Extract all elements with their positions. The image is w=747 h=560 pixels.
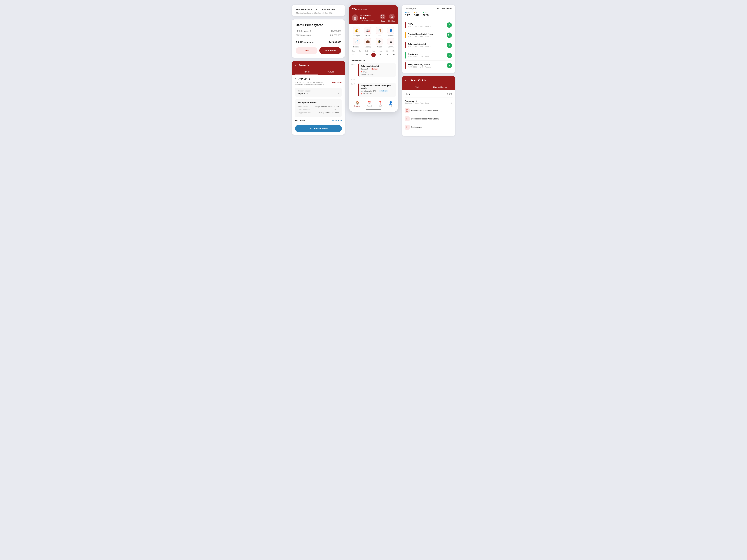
tab-riwayat[interactable]: Riwayat <box>318 69 342 75</box>
nav-beranda[interactable]: 🏠 Beranda <box>354 101 360 107</box>
course-left-pkpl: PKPL 0520372256 4 SKS Kelas A <box>408 23 447 27</box>
content-item-2[interactable]: Bussiness Process Paper Study 2 <box>405 115 453 123</box>
cal-day-23[interactable]: Rab 23 <box>365 50 369 57</box>
payment-partial-label: SPP Semester 8 UTS <box>296 8 317 11</box>
pertemuan-title: Pertemuan 1 <box>405 100 429 102</box>
presensi-time: 13.22 WIB <box>295 77 342 81</box>
menu-presensi[interactable]: 👤 Presensi <box>386 27 396 37</box>
vertical-divider <box>377 15 377 21</box>
presensi-body: 13.22 WIB Jl. Raya Tlogomas No.246, Baba… <box>292 75 345 135</box>
cal-num-27: 27 <box>391 53 396 57</box>
stat-sks: SKS 112 <box>405 12 410 17</box>
presensi-title: Presensi <box>299 64 310 67</box>
content-item-3[interactable]: Pertemuan... <box>405 123 453 131</box>
menu-keuangan[interactable]: 💰 Keuangan <box>351 27 361 37</box>
detail-row-2: SPP Semester 8 Rp2.500.000 <box>296 34 341 36</box>
presensi-header: ‹ Presensi Hari Ini Riwayat <box>292 61 345 75</box>
cal-day-27[interactable]: Min 27 <box>391 50 396 57</box>
mata-kuliah-card: ‹ Mata Kuliah Nilai Course Content PKPL … <box>402 76 455 136</box>
cal-day-21[interactable]: Sen 21 <box>351 50 356 57</box>
faq-icon: ❓ <box>378 101 382 105</box>
course-meta-rus: 0520372256 4 SKS Kelas A <box>408 66 447 68</box>
dosen-row: Nama Dosen Wahyu Andhika, S.Kom, M.Kom <box>298 106 339 107</box>
course-left-ri: Rekayasa Interaksi 0520372256 4 SKS Kela… <box>408 43 447 48</box>
nav-faq[interactable]: ❓ FAQ <box>378 101 382 107</box>
menu-magang[interactable]: 💼 Magang <box>363 38 373 48</box>
schedule-card-1[interactable]: Rekayasa Interaksi Gazebo 2 • Kuliah 📍 D… <box>358 63 396 77</box>
date-value: 5 April 2023 <box>298 92 308 95</box>
course-item-ps[interactable]: Pra Skripsi 0520372256 4 SKS Kelas A B <box>405 50 452 60</box>
grade-ps: B <box>447 53 452 58</box>
ipk-label: IPK <box>423 12 429 14</box>
chevron-up-icon[interactable]: ∧ <box>451 102 453 104</box>
dot-3: • <box>377 90 378 92</box>
content-item-1[interactable]: Bussiness Process Paper Study <box>405 107 453 115</box>
svg-rect-3 <box>383 16 384 16</box>
presensi-button[interactable]: Tap Untuk Presensi <box>295 125 342 132</box>
nav-jadwal[interactable]: 📅 Jadwal <box>367 101 371 107</box>
cal-day-22[interactable]: Sel 22 <box>358 50 362 57</box>
tanggal-label: Tanggal dan Jam <box>298 112 311 114</box>
cal-num-26: 26 <box>385 53 389 57</box>
menu-lainnya[interactable]: ⊞ Lainnya <box>386 38 396 48</box>
avatar <box>352 15 358 21</box>
scan-action[interactable]: Scan <box>380 14 385 22</box>
tab-nilai[interactable]: Nilai <box>405 84 429 90</box>
sched-location-3: 📍 Lt. 6 GKB 3 <box>361 93 394 95</box>
cal-name-26: Sab <box>386 50 388 52</box>
schedule-card-3[interactable]: Penjaminan Kualitas Perangkat Lunak Lab … <box>358 83 396 97</box>
pertemuan-1-block: Pertemuan 1 Bussiness Process Paper Stud… <box>405 98 453 133</box>
sched-title-1: Rekayasa Interaksi <box>361 65 394 67</box>
brand-sub: for student <box>358 8 367 10</box>
date-form-label: Hari dan Tanggal <box>298 90 339 92</box>
phone-header: CO= for student Adam Nur Rafly 201912345… <box>349 5 398 24</box>
notif-label: Notifikasi <box>388 20 395 22</box>
course-item-pkkn[interactable]: Praktek Kerja Kuliah Nyata 0520372256 4 … <box>405 30 452 40</box>
detail-label-1: HER Semester 8 <box>296 30 311 32</box>
payment-note: (Maksimal pembayaran dilakukan sebelum U… <box>296 12 341 14</box>
presensi-back-button[interactable]: ‹ <box>295 63 296 67</box>
grade-ri: A <box>447 43 452 48</box>
mk-back-button[interactable]: ‹ <box>405 79 406 82</box>
payment-partial-value: Rp2.850.000 <box>322 8 335 11</box>
ambil-foto-link[interactable]: Ambil Foto <box>332 119 342 122</box>
detail-value-2: Rp2.500.000 <box>330 34 341 36</box>
course-left-rus: Rekayasa Ulang Sistem 0520372256 4 SKS K… <box>408 63 447 68</box>
sched-title-3: Penjaminan Kualitas Perangkat Lunak <box>361 84 394 89</box>
radio-icon[interactable]: ○ <box>339 8 341 11</box>
menu-khs[interactable]: 📋 KHS <box>374 27 384 37</box>
sched-location-1: 📍 Daring <box>361 71 394 73</box>
cal-day-24[interactable]: Kam 24 <box>371 50 376 57</box>
course-item-rus[interactable]: Rekayasa Ulang Sistem 0520372256 4 SKS K… <box>405 60 452 71</box>
course-list: PKPL 0520372256 4 SKS Kelas A A Praktek … <box>402 20 455 73</box>
schedule-time-1: 11:35 <box>351 63 357 77</box>
location-pin-icon-3: 📍 <box>361 93 363 95</box>
menu-wisuda[interactable]: 🎓 Wisuda <box>374 38 384 48</box>
schedule-item-2: 13:05 <box>351 79 396 81</box>
detail-pembayaran-card: Detail Pembayaran HER Semester 8 Rp300.0… <box>292 20 345 58</box>
mk-header: ‹ Mata Kuliah Nilai Course Content <box>402 76 455 90</box>
schedule-placeholder-2 <box>358 79 396 81</box>
konfirmasi-button[interactable]: Konfirmasi <box>319 47 341 54</box>
tab-hari-ini[interactable]: Hari Ini <box>295 69 318 75</box>
location-pin-icon-1: 📍 <box>361 71 363 73</box>
tab-course-content[interactable]: Course Content <box>429 84 452 90</box>
wisuda-label: Wisuda <box>377 46 382 48</box>
sched-teacher-1: ≡ Wahyu Andhika <box>361 73 394 75</box>
lainnya-icon: ⊞ <box>387 38 394 45</box>
course-item-pkpl[interactable]: PKPL 0520372256 4 SKS Kelas A A <box>405 20 452 30</box>
notif-action[interactable]: Notifikasi <box>388 14 395 22</box>
beranda-label: Beranda <box>354 105 360 107</box>
buka-maps-link[interactable]: Buka maps <box>332 81 342 84</box>
menu-matkul[interactable]: 📖 Matkul <box>363 27 373 37</box>
ip-value: 3.81 <box>414 14 419 17</box>
nav-profil[interactable]: 👤 Profil <box>389 101 393 107</box>
keuangan-icon: 💰 <box>353 27 360 34</box>
cal-day-25[interactable]: Jum 25 <box>378 50 382 57</box>
course-item-ri[interactable]: Rekayasa Interaksi 0520372256 4 SKS Kela… <box>405 40 452 50</box>
course-name-ps: Pra Skripsi <box>408 53 447 55</box>
menu-transkrip[interactable]: 📄 Transkrip <box>351 38 361 48</box>
presensi-header-top: ‹ Presensi <box>295 63 342 67</box>
cal-day-26[interactable]: Sab 26 <box>385 50 389 57</box>
ubah-button[interactable]: Ubah <box>296 47 317 54</box>
